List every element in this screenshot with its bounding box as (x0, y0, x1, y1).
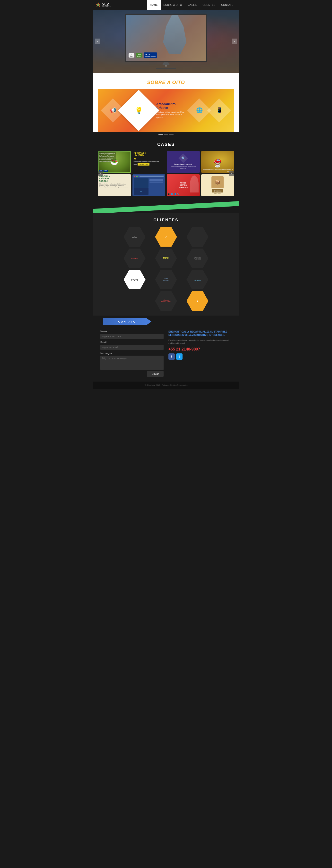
client-camara[interactable]: CÂMARALEGISLATIVA (155, 291, 177, 311)
case-item-organicas[interactable]: 📦 Orgânicas APLICATIVO (201, 174, 234, 196)
submit-button[interactable]: Enviar (147, 371, 164, 377)
monitor-screen: Fa...Gus! CarnoVeran SESIConselho Nacion… (126, 15, 206, 61)
logo-badge-fa: Fa...Gus! (129, 53, 134, 58)
sesi-text: Uma alternativa saudável às porções de v… (99, 152, 116, 162)
case-item-sesi[interactable]: 🥗 SESI SEC Uma alternativa saudável às p… (98, 151, 131, 173)
client-agencia[interactable]: agênciaclicklaber (187, 270, 208, 289)
mensagem-label: Mensagem: (101, 352, 164, 354)
hero-section: ‹ Fa...Gus! CarnoVeran SESIConselho Naci… (93, 10, 239, 73)
sesi-badge-2: SEC (104, 170, 107, 172)
hero-prev-arrow[interactable]: ‹ (95, 39, 101, 44)
social-icons: f t (168, 353, 231, 360)
monitor-logos: Fa...Gus! CarnoVeran SESIConselho Nacion… (129, 53, 157, 58)
client-empty-1 (120, 291, 149, 311)
ebust-sub: Dramatically deliver e-business "outside… (169, 166, 198, 169)
website-content: W (133, 178, 165, 195)
cases-section: CASES 🥗 SESI SEC Uma alternativa saudáve… (93, 137, 239, 201)
search-icon: 🔍 (178, 153, 188, 163)
sobre-main-card: 💡 (118, 90, 160, 131)
micro-logo: MICROSISTEMAS (163, 278, 169, 281)
client-gdf[interactable]: GDF (155, 249, 177, 268)
clientes-title: CLIENTES (98, 218, 234, 222)
cases-title: CASES (98, 142, 234, 147)
case-item-saude[interactable]: PROGRAMSAÚDE NESCOLA O Governo Federal l… (98, 174, 131, 196)
case-item-wheels[interactable]: 🚗 ☕ Quando você faz uma pergunta pode de… (201, 151, 234, 173)
sobre-feature-title: Atendimento Criativo (156, 102, 188, 110)
client-callane[interactable]: Callane (124, 249, 145, 268)
case-item-website[interactable]: W (133, 174, 166, 196)
mensagem-input[interactable] (101, 355, 164, 370)
fb-label: f (171, 355, 172, 358)
cases-grid: 🥗 SESI SEC Uma alternativa saudável às p… (98, 151, 234, 196)
wheels-caption: Quando você faz uma pergunta pode delata… (201, 169, 233, 172)
client-micro[interactable]: MICROSISTEMAS (155, 270, 177, 289)
organicas-sub: APLICATIVO (214, 193, 221, 194)
gdf-logo: GDF (163, 256, 169, 260)
nav-sobre[interactable]: SOBRE A OITO (161, 0, 185, 10)
ebust-title: Dramatically e-busi. (174, 163, 193, 165)
nav-cases[interactable]: CASES (185, 0, 199, 10)
contato-header: CONTATO (93, 315, 239, 328)
cases-next-arrow[interactable]: › (229, 171, 234, 176)
sobre-section: SOBRE A OITO 📢 💡 Atendimento Criativo Br… (93, 73, 239, 132)
organicas-box: 📦 (212, 176, 224, 188)
green-diagonal (93, 201, 239, 213)
client-adnelo[interactable]: ADNELOPACHECO (187, 249, 208, 268)
case-item-dengue[interactable]: TODOSCONTRAA DENGUE 📱 🌐 📘 🐦 (167, 174, 200, 196)
dengue-text: TODOSCONTRAA DENGUE (178, 182, 188, 188)
logo-sub: DIGITAL (102, 5, 111, 7)
callane-logo: Callane (131, 257, 138, 259)
client-propeg[interactable]: propeg (124, 270, 145, 289)
share-button[interactable]: COMPARTILHAR (138, 163, 149, 165)
contato-content: Nome: Email: Mensagem: Enviar ENERGISTIC… (93, 328, 239, 377)
facebook-icon[interactable]: f (168, 353, 175, 360)
svg-point-2 (97, 4, 99, 6)
nav-clientes[interactable]: CLIENTES (199, 0, 218, 10)
sobre-text: Atendimento Criativo Briefings, ideias e… (156, 102, 188, 119)
case-item-parada[interactable]: INDÚSTRIA DOPARADA ☻ Motorista que respe… (133, 151, 166, 173)
parada-cta: Agora COMPARTILHAR (134, 163, 150, 165)
client-asics[interactable]: asics (124, 227, 145, 247)
coffee-icon: ☕ (215, 162, 221, 168)
cases-prev-arrow[interactable]: ‹ (98, 171, 103, 176)
monitor-stand (162, 62, 170, 65)
wheels-image: 🚗 ☕ Quando você faz uma pergunta pode de… (201, 151, 234, 173)
clientes-section: CLIENTES asics ‹ Callane GDF ADNELOPACHE… (93, 213, 239, 315)
hero-monitor: Fa...Gus! CarnoVeran SESIConselho Nacion… (125, 13, 207, 69)
parada-icon: ☻ (134, 157, 137, 160)
hero-next-arrow[interactable]: › (231, 39, 237, 44)
adnelo-logo: ADNELOPACHECO (194, 257, 201, 260)
case-item-ebust[interactable]: 🔍 Dramatically e-busi. Dramatically deli… (167, 151, 200, 173)
logo-badge-sesi: SESIConselho Nacional (144, 53, 157, 58)
dot-1[interactable] (159, 134, 163, 135)
dengue-person (190, 176, 199, 192)
nav-home[interactable]: HOME (147, 0, 161, 10)
navbar: OITO DIGITAL HOME SOBRE A OITO CASES CLI… (93, 0, 239, 10)
contato-tagline: ENERGISTICALLY RECAPTIUALIZE SUSTAINABLE… (168, 330, 231, 337)
contato-banner: CONTATO (103, 318, 151, 325)
client-next-arrow[interactable]: › (187, 291, 208, 311)
lightbulb-icon: 💡 (135, 106, 143, 115)
twitter-icon[interactable]: t (176, 353, 183, 360)
contato-title: CONTATO (118, 320, 136, 323)
sobre-card-phone: 📱 (207, 98, 231, 123)
organicas-label: Orgânicas (212, 189, 223, 192)
propeg-logo: propeg (131, 279, 138, 281)
client-callane-2[interactable] (187, 227, 208, 247)
dot-3[interactable] (169, 134, 173, 135)
contato-info: ENERGISTICALLY RECAPTIUALIZE SUSTAINABLE… (168, 330, 231, 377)
nav-contato[interactable]: CONTATO (218, 0, 237, 10)
logo[interactable]: OITO DIGITAL (95, 2, 111, 7)
client-prev-arrow[interactable]: ‹ (155, 227, 177, 247)
email-label: Email: (101, 341, 164, 344)
sobre-title: SOBRE A OITO (98, 80, 234, 85)
megaphone-icon: 📢 (110, 107, 116, 114)
email-input[interactable] (101, 345, 164, 350)
website-logo: W (134, 188, 149, 195)
contato-form: Nome: Email: Mensagem: Enviar (101, 330, 164, 377)
phone-icon: 📱 (216, 107, 223, 114)
nome-input[interactable] (101, 334, 164, 339)
parada-sub: Motorista que respeita os limites de vel… (134, 161, 159, 162)
dot-2[interactable] (164, 134, 168, 135)
saude-body: O Governo Federal leva Educação e Saúde … (99, 184, 130, 195)
